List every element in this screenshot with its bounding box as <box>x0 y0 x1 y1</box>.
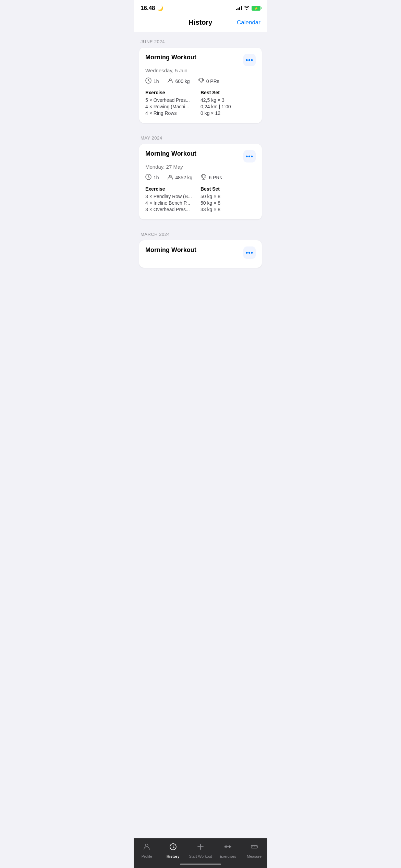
page-header: History Calendar <box>134 14 267 32</box>
table-row: 3 × Pendlay Row (B... 50 kg × 8 <box>145 194 256 199</box>
exercise-name: 5 × Overhead Pres... <box>145 97 200 103</box>
card-header: Morning Workout ••• <box>145 150 256 162</box>
tab-history[interactable]: History <box>163 843 183 858</box>
exercise-col-header: Exercise <box>145 186 200 192</box>
content-area: JUNE 2024 Morning Workout ••• Wednesday,… <box>134 32 267 304</box>
page-title: History <box>189 19 212 26</box>
card-date: Monday, 27 May <box>145 164 256 170</box>
stat-prs: 0 PRs <box>198 77 219 85</box>
tab-profile[interactable]: Profile <box>136 843 157 858</box>
stat-weight-value: 4852 kg <box>175 175 193 180</box>
tab-start-workout-label: Start Workout <box>189 854 212 858</box>
card-title: Morning Workout <box>145 150 196 157</box>
svg-point-4 <box>145 844 148 847</box>
svg-rect-7 <box>226 845 227 848</box>
tab-measure-label: Measure <box>247 854 262 858</box>
ellipsis-icon: ••• <box>246 153 253 159</box>
stat-prs-value: 6 PRs <box>209 175 222 180</box>
wifi-icon <box>244 5 250 11</box>
status-bar: 16.48 🌙 ⚡ <box>134 0 267 14</box>
weight-icon <box>167 77 173 85</box>
best-set-value: 50 kg × 8 <box>200 194 256 199</box>
bestset-col-header: Best Set <box>200 186 256 192</box>
table-row: 4 × Ring Rows 0 kg × 12 <box>145 110 256 116</box>
tab-profile-label: Profile <box>142 854 152 858</box>
more-options-button[interactable]: ••• <box>243 246 256 259</box>
table-row: 5 × Overhead Pres... 42,5 kg × 3 <box>145 97 256 103</box>
ellipsis-icon: ••• <box>246 250 253 256</box>
workout-card-march: Morning Workout ••• <box>139 240 262 268</box>
best-set-value: 42,5 kg × 3 <box>200 97 256 103</box>
exercise-name: 3 × Overhead Pres... <box>145 207 200 212</box>
best-set-value: 0 kg × 12 <box>200 110 256 116</box>
calendar-button[interactable]: Calendar <box>237 19 260 26</box>
ellipsis-icon: ••• <box>246 57 253 63</box>
svg-rect-10 <box>227 846 229 847</box>
trophy-icon <box>200 174 207 181</box>
table-row: 3 × Overhead Pres... 33 kg × 8 <box>145 207 256 212</box>
bestset-col-header: Best Set <box>200 90 256 95</box>
best-set-value: 50 kg × 8 <box>200 200 256 206</box>
card-header: Morning Workout ••• <box>145 54 256 66</box>
stat-duration-value: 1h <box>154 79 159 84</box>
clock-icon <box>145 174 151 181</box>
table-row: 4 × Incline Bench P... 50 kg × 8 <box>145 200 256 206</box>
best-set-value: 0,24 km | 1:00 <box>200 104 256 109</box>
svg-rect-9 <box>230 846 231 847</box>
stat-duration: 1h <box>145 174 159 181</box>
exercise-name: 4 × Incline Bench P... <box>145 200 200 206</box>
tab-exercises-label: Exercises <box>220 854 236 858</box>
exercise-name: 4 × Ring Rows <box>145 110 200 116</box>
plus-icon <box>196 843 205 853</box>
stat-weight: 600 kg <box>167 77 190 85</box>
exercise-table: Exercise Best Set 3 × Pendlay Row (B... … <box>145 186 256 212</box>
section-header-march: MARCH 2024 <box>139 225 262 240</box>
weight-icon <box>167 174 173 181</box>
svg-rect-11 <box>251 845 257 848</box>
exercise-name: 3 × Pendlay Row (B... <box>145 194 200 199</box>
table-row: 4 × Rowing (Machi... 0,24 km | 1:00 <box>145 104 256 109</box>
card-date: Wednesday, 5 Jun <box>145 68 256 73</box>
exercise-col-header: Exercise <box>145 90 200 95</box>
best-set-value: 33 kg × 8 <box>200 207 256 212</box>
battery-icon: ⚡ <box>252 6 260 11</box>
tab-bar: Profile History Start Workout <box>134 838 267 868</box>
exercise-table: Exercise Best Set 5 × Overhead Pres... 4… <box>145 90 256 116</box>
section-header-june: JUNE 2024 <box>139 32 262 48</box>
dumbbell-icon <box>224 843 232 853</box>
stat-prs-value: 0 PRs <box>206 79 219 84</box>
tab-history-label: History <box>167 854 180 858</box>
moon-icon: 🌙 <box>157 5 163 11</box>
signal-icon <box>236 6 242 10</box>
tab-exercises[interactable]: Exercises <box>218 843 238 858</box>
more-options-button[interactable]: ••• <box>243 150 256 162</box>
status-icons: ⚡ <box>236 5 260 11</box>
trophy-icon <box>198 77 204 85</box>
svg-rect-8 <box>229 845 230 848</box>
more-options-button[interactable]: ••• <box>243 54 256 66</box>
card-title: Morning Workout <box>145 246 196 254</box>
home-indicator <box>180 864 221 865</box>
exercise-name: 4 × Rowing (Machi... <box>145 104 200 109</box>
stat-weight: 4852 kg <box>167 174 193 181</box>
stat-prs: 6 PRs <box>200 174 222 181</box>
clock-tab-icon <box>169 843 177 853</box>
table-header: Exercise Best Set <box>145 90 256 95</box>
tab-measure[interactable]: Measure <box>244 843 265 858</box>
person-icon <box>143 843 151 853</box>
status-time: 16.48 <box>141 5 155 12</box>
tab-start-workout[interactable]: Start Workout <box>189 843 212 858</box>
card-stats: 1h 600 kg 0 <box>145 77 256 85</box>
section-header-may: MAY 2024 <box>139 129 262 144</box>
stat-duration: 1h <box>145 77 159 85</box>
table-header: Exercise Best Set <box>145 186 256 192</box>
workout-card-june: Morning Workout ••• Wednesday, 5 Jun 1h <box>139 48 262 123</box>
workout-card-may: Morning Workout ••• Monday, 27 May 1h <box>139 144 262 219</box>
card-header: Morning Workout ••• <box>145 246 256 259</box>
ruler-icon <box>250 843 258 853</box>
card-stats: 1h 4852 kg <box>145 174 256 181</box>
card-title: Morning Workout <box>145 54 196 61</box>
svg-rect-6 <box>224 846 226 847</box>
clock-icon <box>145 77 151 85</box>
stat-duration-value: 1h <box>154 175 159 180</box>
